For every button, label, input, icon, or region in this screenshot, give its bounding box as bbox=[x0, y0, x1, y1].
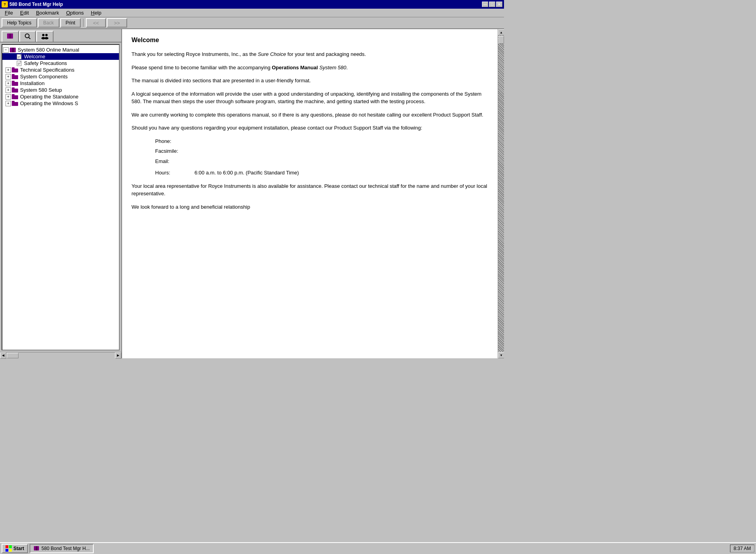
folder-icon-sys-components bbox=[12, 74, 19, 80]
tree-welcome[interactable]: Welcome bbox=[2, 53, 119, 60]
tech-expand-btn[interactable]: + bbox=[6, 67, 11, 73]
scroll-left-button[interactable]: ◀ bbox=[0, 352, 6, 359]
tree-sys-setup[interactable]: + System 580 Setup bbox=[2, 87, 119, 93]
folder-icon-standalone bbox=[12, 94, 19, 100]
folder-icon-installation bbox=[12, 81, 19, 86]
scroll-thumb[interactable] bbox=[7, 353, 19, 358]
contact-phone-row: Phone: bbox=[155, 137, 488, 145]
svg-rect-2 bbox=[9, 33, 11, 39]
svg-rect-23 bbox=[12, 67, 15, 69]
contents-book-icon bbox=[6, 33, 14, 41]
tree-standalone[interactable]: + Operating the Standalone bbox=[2, 93, 119, 100]
content-para-4: A logical sequence of the information wi… bbox=[132, 90, 488, 106]
svg-rect-0 bbox=[7, 33, 10, 39]
svg-rect-31 bbox=[12, 94, 15, 96]
content-closing-2: We look forward to a long and beneficial… bbox=[132, 203, 488, 211]
svg-rect-9 bbox=[10, 48, 13, 52]
menu-file[interactable]: File bbox=[2, 9, 16, 17]
print-button[interactable]: Print bbox=[60, 18, 81, 28]
close-button[interactable]: ✕ bbox=[496, 2, 502, 7]
content-title: Welcome bbox=[132, 35, 488, 45]
windows-expand-btn[interactable]: + bbox=[6, 101, 11, 106]
svg-point-5 bbox=[42, 34, 44, 36]
menu-bar: File Edit Bookmark Options Help bbox=[0, 9, 504, 17]
scroll-down-button[interactable]: ▼ bbox=[498, 352, 504, 358]
tree-sys-components[interactable]: + System Components bbox=[2, 73, 119, 80]
tab-index[interactable] bbox=[19, 31, 36, 42]
left-horizontal-scrollbar: ◀ ▶ bbox=[0, 352, 121, 358]
root-book-icon bbox=[9, 47, 17, 53]
scroll-up-button[interactable]: ▲ bbox=[498, 29, 504, 35]
toolbar-separator bbox=[83, 19, 83, 27]
tab-search[interactable] bbox=[36, 31, 54, 42]
tree-installation[interactable]: + Installation bbox=[2, 80, 119, 87]
folder-icon-sys-setup bbox=[12, 87, 19, 93]
right-panel: Welcome Thank you for selecting Royce In… bbox=[122, 29, 504, 358]
svg-line-4 bbox=[29, 37, 30, 39]
vertical-scrollbar: ▲ ▼ bbox=[498, 29, 504, 358]
svg-rect-29 bbox=[12, 87, 15, 89]
doc-icon-welcome bbox=[17, 54, 23, 59]
sys-components-expand-btn[interactable]: + bbox=[6, 74, 11, 80]
scroll-vthumb[interactable] bbox=[498, 36, 504, 44]
menu-edit[interactable]: Edit bbox=[17, 9, 32, 17]
menu-bookmark[interactable]: Bookmark bbox=[33, 9, 62, 17]
minimize-button[interactable]: — bbox=[482, 2, 488, 7]
svg-point-7 bbox=[45, 34, 48, 36]
search-people-icon bbox=[41, 33, 49, 41]
tab-row bbox=[0, 29, 121, 43]
tech-specs-label: Technical Specifications bbox=[20, 67, 74, 73]
installation-expand-btn[interactable]: + bbox=[6, 81, 11, 86]
contact-email-row: Email: bbox=[155, 157, 488, 165]
phone-value bbox=[195, 137, 488, 145]
root-expand-btn[interactable]: − bbox=[3, 47, 9, 53]
windows-label: Operating the Windows S bbox=[20, 100, 78, 106]
email-value bbox=[195, 157, 488, 165]
help-topics-button[interactable]: Help Topics bbox=[2, 18, 37, 28]
left-panel: − System 580 Online Manual We bbox=[0, 29, 122, 358]
hours-value: 6:00 a.m. to 6:00 p.m. (Pacific Standard… bbox=[195, 169, 488, 177]
svg-rect-33 bbox=[12, 101, 15, 103]
welcome-label: Welcome bbox=[24, 54, 45, 59]
menu-options[interactable]: Options bbox=[63, 9, 87, 17]
hours-label: Hours: bbox=[155, 169, 195, 177]
phone-label: Phone: bbox=[155, 137, 195, 145]
folder-icon-tech bbox=[12, 67, 19, 73]
sys-setup-expand-btn[interactable]: + bbox=[6, 87, 11, 93]
content-para-6: Should you have any questions regarding … bbox=[132, 124, 488, 132]
svg-rect-27 bbox=[12, 81, 15, 83]
next-button[interactable]: >> bbox=[107, 18, 127, 28]
folder-icon-windows bbox=[12, 101, 19, 106]
content-para-5: We are currently working to complete thi… bbox=[132, 111, 488, 119]
menu-help[interactable]: Help bbox=[88, 9, 105, 17]
svg-point-3 bbox=[25, 34, 29, 38]
tree-windows[interactable]: + Operating the Windows S bbox=[2, 100, 119, 107]
standalone-label: Operating the Standalone bbox=[20, 94, 78, 100]
scroll-right-button[interactable]: ▶ bbox=[115, 352, 121, 359]
content-area[interactable]: Welcome Thank you for selecting Royce In… bbox=[122, 29, 498, 358]
sys-setup-label: System 580 Setup bbox=[20, 87, 62, 93]
back-button[interactable]: Back bbox=[38, 18, 59, 28]
tree-safety[interactable]: Safety Precautions bbox=[2, 60, 119, 67]
window-controls: — □ ✕ bbox=[482, 2, 502, 7]
maximize-button[interactable]: □ bbox=[489, 2, 495, 7]
fax-label: Facsimile: bbox=[155, 147, 195, 155]
tree-root[interactable]: − System 580 Online Manual bbox=[2, 46, 119, 53]
standalone-expand-btn[interactable]: + bbox=[6, 94, 11, 100]
title-bar: ? 580 Bond Test Mgr Help — □ ✕ bbox=[0, 0, 504, 9]
tree-tech-specs[interactable]: + Technical Specifications bbox=[2, 67, 119, 73]
right-inner: Welcome Thank you for selecting Royce In… bbox=[122, 29, 504, 358]
scroll-track bbox=[6, 352, 115, 359]
window-title: 580 Bond Test Mgr Help bbox=[9, 2, 63, 7]
contact-fax-row: Facsimile: bbox=[155, 147, 488, 155]
svg-point-8 bbox=[44, 37, 48, 39]
scroll-vtrack bbox=[498, 35, 504, 352]
svg-rect-25 bbox=[12, 74, 15, 76]
contact-table: Phone: Facsimile: Email: Hours: 6:00 a.m… bbox=[155, 137, 488, 177]
doc-icon-safety bbox=[17, 61, 23, 66]
prev-button[interactable]: << bbox=[86, 18, 106, 28]
fax-value bbox=[195, 147, 488, 155]
tab-contents[interactable] bbox=[2, 31, 19, 42]
tree-panel[interactable]: − System 580 Online Manual We bbox=[2, 44, 120, 350]
installation-label: Installation bbox=[20, 80, 44, 86]
